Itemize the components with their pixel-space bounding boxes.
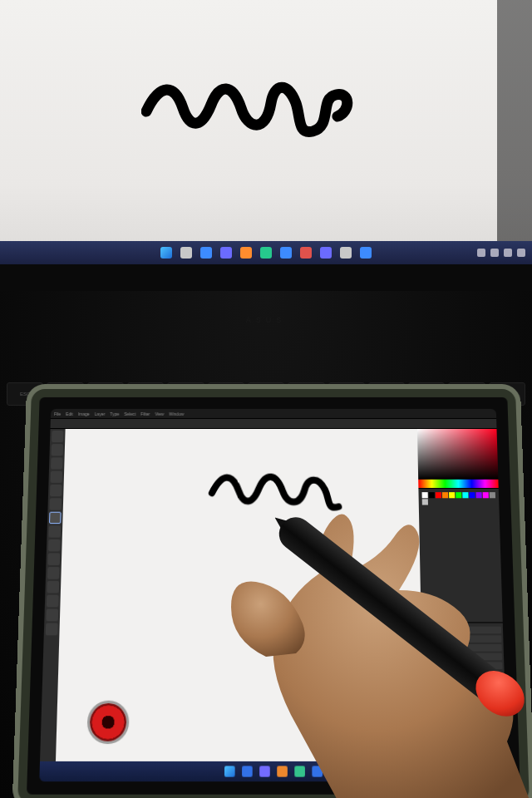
menu-item[interactable]: Select — [124, 411, 135, 416]
tool-shape-icon[interactable] — [47, 595, 59, 608]
task-icon[interactable] — [320, 247, 332, 259]
tablet-device: File Edit Image Layer Type Select Filter… — [17, 389, 530, 798]
task-icon[interactable] — [340, 247, 352, 259]
tool-clone-icon[interactable] — [48, 525, 61, 537]
monitor-right-panel — [497, 0, 532, 258]
tool-move-icon[interactable] — [52, 431, 64, 442]
menu-item[interactable]: File — [54, 411, 61, 416]
tool-marquee-icon[interactable] — [52, 444, 64, 456]
menu-item[interactable]: Type — [110, 411, 119, 416]
layers-panel[interactable] — [421, 622, 507, 761]
tool-pen-icon[interactable] — [47, 567, 60, 579]
task-icon[interactable] — [280, 247, 292, 259]
external-monitor — [0, 0, 532, 291]
tool-gradient-icon[interactable] — [47, 553, 60, 565]
monitor-canvas-area — [0, 0, 532, 264]
app-right-panels — [417, 429, 507, 761]
menu-item[interactable]: Layer — [95, 411, 106, 416]
task-icon[interactable] — [220, 247, 232, 259]
menu-item[interactable]: Window — [169, 411, 184, 416]
app-options-bar[interactable] — [51, 419, 497, 429]
menu-item[interactable]: View — [155, 411, 164, 416]
task-icon[interactable] — [240, 247, 252, 259]
tool-brush-icon[interactable] — [49, 512, 62, 524]
task-icon[interactable] — [242, 766, 253, 776]
task-icon[interactable] — [200, 247, 212, 259]
monitor-taskbar — [0, 241, 532, 264]
swatches-panel[interactable] — [418, 488, 502, 622]
task-icon[interactable] — [277, 766, 288, 776]
task-icon[interactable] — [259, 766, 270, 776]
tool-wand-icon[interactable] — [51, 471, 63, 483]
tool-hand-icon[interactable] — [46, 609, 58, 622]
tablet-system-tray[interactable] — [460, 767, 502, 776]
task-icon[interactable] — [360, 247, 372, 259]
task-icon[interactable] — [312, 766, 323, 776]
start-icon[interactable] — [160, 247, 172, 259]
task-icon[interactable] — [294, 766, 305, 776]
tool-zoom-icon[interactable] — [46, 623, 58, 635]
tool-text-icon[interactable] — [47, 581, 59, 594]
tool-eyedropper-icon[interactable] — [49, 498, 62, 510]
tool-crop-icon[interactable] — [50, 485, 62, 496]
laptop-brand-label: ASUS — [246, 316, 287, 324]
app-menu-bar[interactable]: File Edit Image Layer Type Select Filter… — [51, 409, 496, 419]
monitor-system-tray[interactable] — [477, 249, 525, 257]
tablet-taskbar — [39, 761, 507, 781]
task-icon[interactable] — [300, 247, 312, 259]
color-picker-panel[interactable] — [417, 429, 498, 480]
menu-item[interactable]: Image — [78, 411, 90, 416]
monitor-brush-stroke — [141, 58, 357, 150]
tablet-screen: File Edit Image Layer Type Select Filter… — [39, 409, 507, 781]
start-icon[interactable] — [224, 766, 235, 776]
hue-slider[interactable] — [418, 480, 499, 488]
tool-eraser-icon[interactable] — [48, 539, 61, 552]
tool-lasso-icon[interactable] — [51, 457, 63, 469]
task-search-icon[interactable] — [180, 247, 192, 259]
tablet-brush-stroke — [207, 456, 351, 515]
task-icon[interactable] — [260, 247, 272, 259]
menu-item[interactable]: Edit — [66, 411, 73, 416]
menu-item[interactable]: Filter — [140, 411, 150, 416]
